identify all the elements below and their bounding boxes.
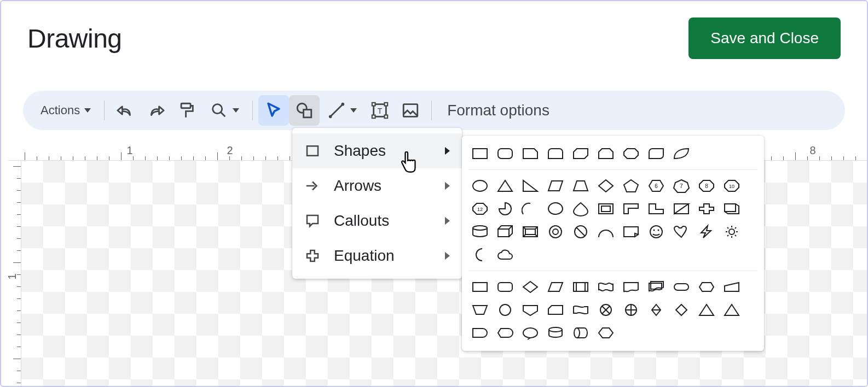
shape-folded[interactable] — [622, 224, 640, 240]
shape-flow-disk[interactable] — [571, 325, 590, 341]
shape-cube-hollow[interactable] — [722, 201, 741, 217]
shape-flow-extract[interactable] — [697, 302, 716, 318]
shape-flow-offpage[interactable] — [521, 302, 540, 318]
shape-flow-wave[interactable] — [597, 279, 615, 295]
shape-snip-diag[interactable] — [571, 145, 590, 162]
undo-button[interactable] — [110, 95, 141, 126]
shape-hex-6[interactable]: 6 — [647, 178, 666, 194]
shape-diamond[interactable] — [597, 178, 615, 194]
shape-flow-decision[interactable] — [521, 279, 540, 295]
shape-octa-round[interactable] — [622, 145, 640, 162]
zoom-button[interactable] — [202, 95, 247, 126]
shape-flow-circle[interactable] — [496, 302, 514, 318]
shape-lightning[interactable] — [697, 224, 716, 240]
text-box-icon: T — [371, 101, 389, 120]
shape-flow-delay[interactable] — [722, 302, 741, 318]
shape-snip-corner[interactable] — [521, 145, 540, 162]
shape-flow-merge[interactable] — [672, 302, 691, 318]
shape-flow-prep[interactable] — [697, 279, 716, 295]
svg-point-37 — [658, 230, 659, 231]
save-and-close-button[interactable]: Save and Close — [688, 17, 841, 59]
shape-dodec-12[interactable]: 12 — [471, 201, 489, 217]
image-button[interactable] — [395, 95, 426, 126]
shape-trapezoid[interactable] — [571, 178, 590, 194]
shape-flow-multidoc[interactable] — [647, 279, 666, 295]
line-tool-button[interactable] — [320, 95, 364, 126]
shape-flow-sort[interactable] — [647, 302, 666, 318]
shape-flow-round[interactable] — [496, 279, 514, 295]
shape-bevel[interactable] — [521, 224, 540, 240]
shape-flow-tape[interactable] — [571, 302, 590, 318]
shape-round-top[interactable] — [546, 145, 565, 162]
shape-flow-direct[interactable] — [597, 325, 615, 341]
shape-flow-storage[interactable] — [471, 325, 489, 341]
shape-arc[interactable] — [521, 201, 540, 217]
shape-parallelogram[interactable] — [546, 178, 565, 194]
menu-item-callouts[interactable]: Callouts — [292, 203, 462, 238]
shape-flow-loop[interactable] — [521, 325, 540, 341]
shape-round-rect[interactable] — [496, 145, 514, 162]
shape-teardrop[interactable] — [546, 201, 565, 217]
shape-flow-terminator[interactable] — [672, 279, 691, 295]
shape-corner[interactable] — [622, 201, 640, 217]
shape-flow-display[interactable] — [496, 325, 514, 341]
shape-no-symbol[interactable] — [571, 224, 590, 240]
shape-arc-half[interactable] — [597, 224, 615, 240]
shape-pie[interactable] — [496, 201, 514, 217]
shape-flow-doc[interactable] — [622, 279, 640, 295]
shape-flow-sum[interactable] — [597, 302, 615, 318]
redo-button[interactable] — [141, 95, 171, 126]
shape-deca-10[interactable]: 10 — [722, 178, 741, 194]
shape-cloud[interactable] — [496, 247, 514, 263]
svg-rect-24 — [599, 204, 613, 214]
shape-flow-db[interactable] — [546, 325, 565, 341]
menu-item-equation[interactable]: Equation — [292, 238, 462, 273]
paint-format-icon — [177, 101, 196, 120]
shape-heart[interactable] — [672, 224, 691, 240]
format-options-button[interactable]: Format options — [437, 102, 559, 119]
shape-oct-8[interactable]: 8 — [697, 178, 716, 194]
shape-cylinder[interactable] — [471, 224, 489, 240]
select-tool-button[interactable] — [258, 95, 289, 126]
shape-flow-or[interactable] — [622, 302, 640, 318]
menu-item-arrows[interactable]: Arrows — [292, 168, 462, 203]
svg-point-7 — [342, 103, 345, 106]
shape-flow-manual-input[interactable] — [722, 279, 741, 295]
shape-leaf[interactable] — [672, 145, 691, 162]
shape-flow-data[interactable] — [546, 279, 565, 295]
shape-round-diag[interactable] — [647, 145, 666, 162]
shape-triangle[interactable] — [496, 178, 514, 194]
shape-slash-rect[interactable] — [672, 201, 691, 217]
shape-tool-button[interactable] — [289, 95, 320, 126]
svg-text:7: 7 — [680, 183, 683, 189]
shape-l-shape[interactable] — [647, 201, 666, 217]
shape-flow-rect[interactable] — [471, 279, 489, 295]
shape-sun[interactable] — [722, 224, 741, 240]
ruler-number: 8 — [809, 144, 815, 157]
shape-pentagon[interactable] — [622, 178, 640, 194]
shape-drop[interactable] — [571, 201, 590, 217]
shape-flow-predef[interactable] — [571, 279, 590, 295]
svg-point-32 — [553, 229, 558, 234]
shape-flow-trapdown[interactable] — [471, 302, 489, 318]
vertical-ruler: 1 — [8, 161, 21, 386]
shape-snip-top[interactable] — [597, 145, 615, 162]
shape-smiley[interactable] — [647, 224, 666, 240]
divider — [252, 101, 253, 120]
shape-flow-card[interactable] — [546, 302, 565, 318]
shape-donut[interactable] — [546, 224, 565, 240]
shape-cube[interactable] — [496, 224, 514, 240]
shape-cross[interactable] — [697, 201, 716, 217]
actions-menu-button[interactable]: Actions — [33, 95, 99, 126]
shape-frame[interactable] — [597, 201, 615, 217]
shape-moon[interactable] — [471, 247, 489, 263]
text-box-button[interactable]: T — [364, 95, 395, 126]
svg-rect-30 — [525, 229, 535, 234]
shape-circle[interactable] — [471, 178, 489, 194]
paint-format-button[interactable] — [171, 95, 202, 126]
shape-rect[interactable] — [471, 145, 489, 162]
shape-right-tri[interactable] — [521, 178, 540, 194]
menu-item-label: Equation — [334, 247, 395, 265]
menu-item-shapes[interactable]: Shapes — [292, 133, 462, 168]
shape-hept-7[interactable]: 7 — [672, 178, 691, 194]
